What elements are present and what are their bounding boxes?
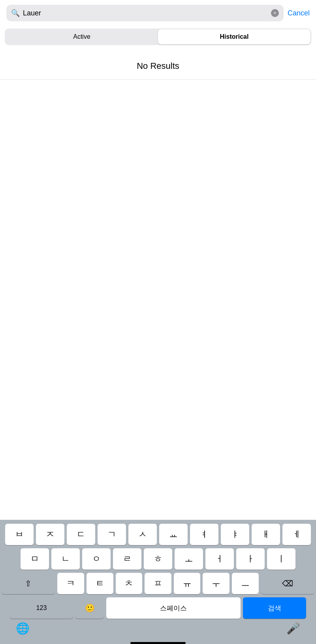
key-ㅑ[interactable]: ㅑ — [221, 524, 249, 545]
delete-key[interactable]: ⌫ — [261, 573, 314, 594]
search-bar: 🔍 × Cancel — [0, 0, 316, 26]
key-ㅗ[interactable]: ㅗ — [175, 548, 203, 570]
tab-historical[interactable]: Historical — [158, 29, 310, 44]
key-ㅠ[interactable]: ㅠ — [174, 573, 201, 594]
microphone-icon[interactable]: 🎤 — [286, 622, 300, 635]
cancel-button[interactable]: Cancel — [288, 9, 310, 17]
keyboard: ㅂ ㅈ ㄷ ㄱ ㅅ ㅛ ㅕ ㅑ ㅐ ㅔ ㅁ ㄴ ㅇ ㄹ ㅎ ㅗ ㅓ ㅏ ㅣ ⇧ … — [0, 520, 316, 644]
key-ㅏ[interactable]: ㅏ — [236, 548, 265, 570]
search-icon: 🔍 — [11, 9, 20, 17]
clear-button[interactable]: × — [271, 9, 279, 17]
key-ㅂ[interactable]: ㅂ — [5, 524, 34, 545]
key-ㅐ[interactable]: ㅐ — [252, 524, 280, 545]
shift-key[interactable]: ⇧ — [2, 573, 55, 594]
key-ㅅ[interactable]: ㅅ — [128, 524, 157, 545]
key-ㄷ[interactable]: ㄷ — [67, 524, 95, 545]
key-ㄹ[interactable]: ㄹ — [113, 548, 141, 570]
emoji-key[interactable]: 🙂 — [75, 597, 104, 619]
space-key[interactable]: 스페이스 — [106, 597, 241, 619]
globe-icon[interactable]: 🌐 — [16, 622, 30, 635]
keyboard-row-2: ㅁ ㄴ ㅇ ㄹ ㅎ ㅗ ㅓ ㅏ ㅣ — [2, 548, 314, 570]
key-ㅡ[interactable]: ㅡ — [232, 573, 259, 594]
key-ㄴ[interactable]: ㄴ — [51, 548, 80, 570]
key-ㅁ[interactable]: ㅁ — [21, 548, 49, 570]
key-ㅔ[interactable]: ㅔ — [282, 524, 311, 545]
keyboard-bottom-bar: 🌐 🎤 — [0, 619, 316, 640]
tab-active[interactable]: Active — [6, 29, 158, 44]
key-ㅛ[interactable]: ㅛ — [159, 524, 188, 545]
key-ㅇ[interactable]: ㅇ — [82, 548, 111, 570]
content-area — [0, 80, 316, 309]
key-ㅌ[interactable]: ㅌ — [87, 573, 113, 594]
key-ㅋ[interactable]: ㅋ — [57, 573, 84, 594]
search-input-wrapper: 🔍 × — [6, 5, 284, 21]
key-ㅊ[interactable]: ㅊ — [116, 573, 143, 594]
key-ㅍ[interactable]: ㅍ — [145, 573, 171, 594]
key-ㅎ[interactable]: ㅎ — [144, 548, 172, 570]
keyboard-row-3: ⇧ ㅋ ㅌ ㅊ ㅍ ㅠ ㅜ ㅡ ⌫ — [2, 573, 314, 594]
no-results-message: No Results — [0, 49, 316, 79]
search-key[interactable]: 검색 — [243, 597, 306, 619]
key-ㅜ[interactable]: ㅜ — [203, 573, 229, 594]
key-ㅓ[interactable]: ㅓ — [205, 548, 234, 570]
numbers-key[interactable]: 123 — [10, 597, 73, 619]
key-ㄱ[interactable]: ㄱ — [98, 524, 126, 545]
keyboard-row-4: 123 🙂 스페이스 검색 — [2, 597, 314, 619]
search-input[interactable] — [23, 9, 268, 17]
key-ㅣ[interactable]: ㅣ — [267, 548, 295, 570]
segmented-control: Active Historical — [5, 28, 311, 45]
home-indicator — [130, 642, 186, 644]
key-ㅕ[interactable]: ㅕ — [190, 524, 218, 545]
keyboard-row-1: ㅂ ㅈ ㄷ ㄱ ㅅ ㅛ ㅕ ㅑ ㅐ ㅔ — [2, 524, 314, 545]
key-ㅈ[interactable]: ㅈ — [36, 524, 64, 545]
